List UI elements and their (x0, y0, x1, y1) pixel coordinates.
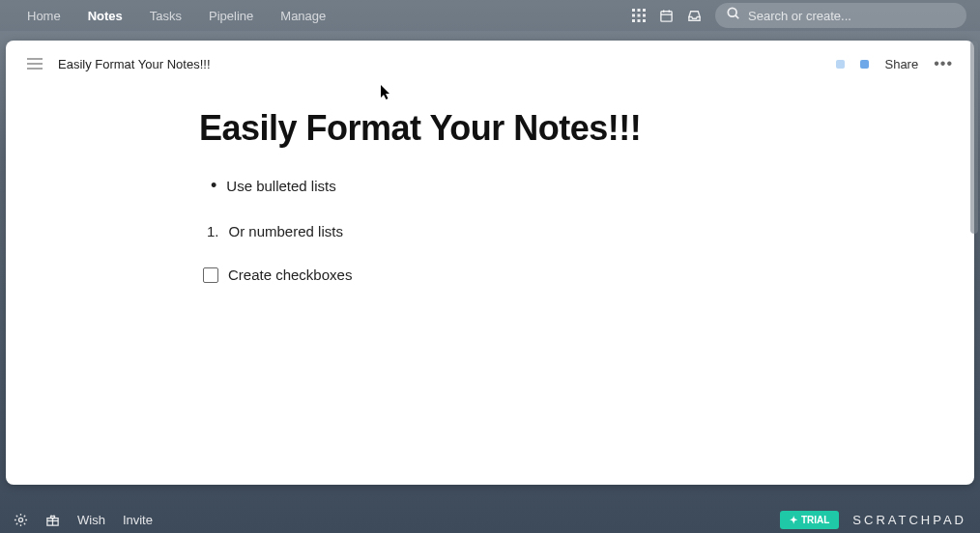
checkbox-input[interactable] (203, 267, 218, 283)
bottom-bar: Wish Invite ✦ TRIAL SCRATCHPAD (0, 506, 980, 533)
nav-manage[interactable]: Manage (267, 3, 339, 29)
settings-gear-icon[interactable] (14, 513, 28, 527)
topbar-right (632, 3, 966, 28)
bulleted-list-item[interactable]: Use bulleted lists (199, 176, 781, 196)
nav-pipeline[interactable]: Pipeline (195, 3, 267, 29)
svg-rect-7 (638, 19, 641, 22)
menu-icon[interactable] (27, 58, 43, 70)
note-body[interactable]: Easily Format Your Notes!!! Use bulleted… (6, 87, 974, 283)
svg-rect-2 (643, 9, 646, 12)
svg-rect-6 (632, 19, 635, 22)
calendar-icon[interactable] (659, 9, 674, 23)
numbered-list-item[interactable]: 1. Or numbered lists (199, 223, 781, 239)
svg-rect-3 (632, 14, 635, 17)
tag-indicator-2[interactable] (860, 60, 869, 69)
svg-rect-8 (643, 19, 646, 22)
search-input[interactable] (748, 9, 955, 23)
svg-rect-9 (661, 11, 672, 20)
wish-link[interactable]: Wish (77, 513, 105, 527)
share-button[interactable]: Share (884, 57, 918, 71)
numbered-prefix: 1. (207, 223, 219, 239)
svg-rect-5 (643, 14, 646, 17)
inbox-icon[interactable] (687, 9, 702, 23)
trial-label: TRIAL (801, 515, 829, 525)
tag-indicator-1[interactable] (836, 60, 845, 69)
bottom-right: ✦ TRIAL SCRATCHPAD (780, 511, 966, 529)
nav-home[interactable]: Home (14, 3, 74, 29)
sparkle-icon: ✦ (790, 515, 797, 525)
more-options-icon[interactable]: ••• (934, 55, 953, 72)
svg-line-14 (735, 15, 738, 18)
nav-items-container: Home Notes Tasks Pipeline Manage (14, 3, 339, 29)
search-box[interactable] (715, 3, 966, 28)
invite-link[interactable]: Invite (123, 513, 153, 527)
nav-notes[interactable]: Notes (74, 3, 136, 29)
trial-badge[interactable]: ✦ TRIAL (780, 511, 839, 529)
checkbox-text: Create checkboxes (228, 266, 352, 283)
checkbox-list-item[interactable]: Create checkboxes (199, 266, 781, 283)
brand-logo: SCRATCHPAD (852, 513, 966, 527)
svg-point-18 (18, 518, 22, 521)
note-header-actions: Share ••• (836, 55, 953, 72)
numbered-text: Or numbered lists (229, 223, 343, 239)
gift-icon[interactable] (45, 513, 60, 527)
search-icon (727, 7, 740, 24)
note-header: Easily Format Your Notes!!! Share ••• (6, 41, 974, 87)
svg-rect-4 (638, 14, 641, 17)
note-title-heading[interactable]: Easily Format Your Notes!!! (199, 108, 781, 149)
svg-point-13 (728, 8, 736, 16)
bullet-text: Use bulleted lists (226, 178, 335, 194)
apps-grid-icon[interactable] (632, 9, 646, 22)
svg-rect-0 (632, 9, 635, 12)
svg-rect-1 (638, 9, 641, 12)
nav-tasks[interactable]: Tasks (136, 3, 195, 29)
scrollbar-thumb[interactable] (970, 41, 978, 234)
note-editor-card: Easily Format Your Notes!!! Share ••• Ea… (6, 41, 974, 485)
note-content[interactable]: Use bulleted lists 1. Or numbered lists … (199, 176, 781, 283)
top-navigation: Home Notes Tasks Pipeline Manage (0, 0, 980, 31)
note-title-breadcrumb: Easily Format Your Notes!!! (58, 57, 211, 71)
